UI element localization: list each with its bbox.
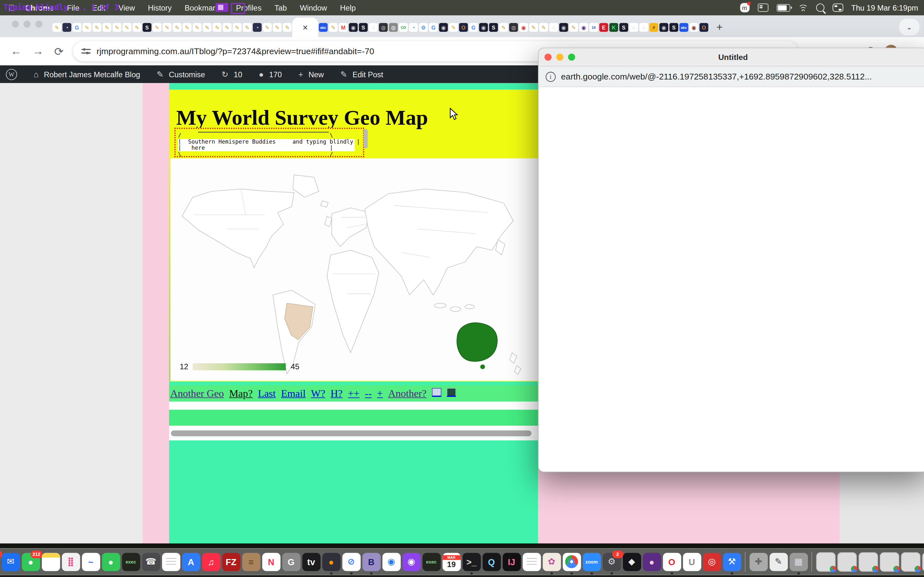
browser-tab[interactable]: K bbox=[609, 19, 619, 35]
window-traffic-lights[interactable] bbox=[12, 21, 43, 27]
dock-opera[interactable]: O bbox=[662, 553, 681, 571]
browser-tab[interactable]: ✎ bbox=[202, 19, 212, 35]
link-anothergeo[interactable]: Another Geo bbox=[170, 387, 224, 400]
browser-tab[interactable]: ⚙ bbox=[418, 19, 428, 35]
dock-facetime[interactable]: ● bbox=[102, 553, 120, 571]
dock-curves-app[interactable]: ~ bbox=[81, 553, 100, 571]
forward-button[interactable]: → bbox=[32, 45, 44, 58]
browser-tab[interactable]: ✎ bbox=[328, 19, 338, 35]
status-app-icon[interactable]: m bbox=[740, 3, 749, 12]
wp-site-menu[interactable]: ⌂ Robert James Metcalfe Blog bbox=[27, 69, 140, 79]
dock-xcode[interactable]: ⚒ bbox=[723, 553, 741, 571]
browser-tab[interactable]: G bbox=[428, 19, 438, 35]
browser-tab[interactable]: ✎ bbox=[262, 19, 272, 35]
keyboard-status-icon[interactable] bbox=[758, 3, 768, 12]
tab-search-button[interactable]: ⌄ bbox=[899, 19, 919, 35]
browser-tab[interactable]: S bbox=[489, 19, 499, 35]
dock-contacts-brown[interactable]: ≡ bbox=[242, 553, 260, 571]
browser-tab[interactable]: ◌ bbox=[639, 19, 649, 35]
wp-edit-post[interactable]: ✎ Edit Post bbox=[333, 69, 383, 79]
browser-tab[interactable]: ✎ bbox=[272, 19, 282, 35]
browser-tab[interactable]: ✎ bbox=[172, 19, 182, 35]
reload-button[interactable]: ⟳ bbox=[54, 45, 63, 58]
browser-tab[interactable]: ◉ bbox=[689, 19, 699, 35]
browser-tab[interactable]: ✎ bbox=[162, 19, 172, 35]
spotlight-icon[interactable] bbox=[816, 3, 824, 12]
browser-tab[interactable]: ✎ bbox=[539, 19, 549, 35]
dock-notes[interactable] bbox=[41, 553, 60, 571]
browser-tab[interactable]: S bbox=[619, 19, 629, 35]
untitled-window[interactable]: Untitled i earth.google.com/web/@-2116.1… bbox=[538, 48, 924, 472]
browser-tab[interactable]: ◉ bbox=[559, 19, 569, 35]
untitled-url-bar[interactable]: i earth.google.com/web/@-2116.1972581353… bbox=[539, 67, 924, 87]
new-tab-button[interactable]: + bbox=[712, 20, 727, 34]
dock-intellij[interactable]: IJ bbox=[502, 553, 521, 571]
browser-tab[interactable]: ✎ bbox=[92, 19, 102, 35]
browser-tab[interactable]: ✎ bbox=[112, 19, 122, 35]
dock-textedit[interactable] bbox=[162, 553, 180, 571]
dock-launchpad[interactable]: ⣿ bbox=[61, 553, 80, 571]
browser-tab[interactable]: ◉ bbox=[348, 19, 358, 35]
dock-blocked-app[interactable]: ⊘ bbox=[342, 553, 360, 571]
link-last[interactable]: Last bbox=[258, 387, 276, 400]
wp-new[interactable]: + New bbox=[291, 69, 324, 79]
dock-music[interactable]: ♫ bbox=[202, 553, 220, 571]
browser-tab[interactable]: ◉ bbox=[579, 19, 589, 35]
dock-minimized-window[interactable] bbox=[879, 552, 899, 572]
link-w[interactable]: W? bbox=[311, 387, 325, 400]
browser-tab[interactable]: ✎ bbox=[212, 19, 222, 35]
browser-tab[interactable]: S bbox=[669, 19, 679, 35]
browser-tab[interactable]: ◌ bbox=[629, 19, 639, 35]
dock-system-settings[interactable]: ⚙2 bbox=[603, 553, 621, 571]
textarea-scrollbar[interactable] bbox=[363, 129, 368, 148]
untitled-traffic-lights[interactable] bbox=[544, 53, 575, 61]
menu-item-view[interactable]: View bbox=[118, 3, 135, 12]
dock-minimized-window[interactable] bbox=[837, 552, 857, 572]
dock-mail[interactable]: ✉ bbox=[2, 553, 20, 571]
browser-tab[interactable]: ✎ bbox=[192, 19, 202, 35]
dock-minimized-window[interactable] bbox=[901, 552, 920, 572]
dock-apple-tv[interactable]: tv bbox=[302, 553, 320, 571]
browser-tab[interactable]: 10 bbox=[589, 19, 599, 35]
active-tab[interactable]: ✕ bbox=[292, 18, 318, 37]
link-h[interactable]: H? bbox=[330, 387, 342, 400]
untitled-titlebar[interactable]: Untitled bbox=[539, 48, 924, 67]
browser-tab[interactable]: abc bbox=[318, 19, 328, 35]
dock-exec-terminal-2[interactable]: exec bbox=[422, 553, 441, 571]
browser-tab[interactable]: ✎ bbox=[102, 19, 112, 35]
dock-preview-doc[interactable] bbox=[522, 553, 541, 571]
browser-tab[interactable]: ✎ bbox=[132, 19, 142, 35]
browser-tab[interactable]: G bbox=[468, 19, 478, 35]
browser-tab[interactable]: ◍ bbox=[378, 19, 388, 35]
browser-tab[interactable]: ◍ bbox=[509, 19, 519, 35]
control-center-icon[interactable] bbox=[832, 3, 843, 12]
dock-cat-app[interactable]: ● bbox=[643, 553, 661, 571]
dock-podcasts[interactable]: ◉ bbox=[402, 553, 421, 571]
dock-inkscape[interactable]: ◆ bbox=[622, 553, 641, 571]
browser-tab[interactable]: ✎ bbox=[449, 19, 459, 35]
dock-doc-pencil[interactable]: ✎ bbox=[769, 553, 788, 571]
browser-tab[interactable]: O bbox=[459, 19, 468, 35]
wifi-icon[interactable] bbox=[798, 4, 808, 11]
geo-map[interactable] bbox=[170, 158, 538, 381]
minimize-button[interactable] bbox=[556, 53, 564, 61]
browser-tab[interactable]: ✎ bbox=[499, 19, 509, 35]
dock-safari[interactable]: ◉ bbox=[382, 553, 401, 571]
dock-exec-terminal[interactable]: exec bbox=[121, 553, 140, 571]
close-button[interactable] bbox=[544, 53, 551, 61]
browser-tab[interactable]: O bbox=[699, 19, 709, 35]
browser-tab[interactable]: ◉ bbox=[478, 19, 488, 35]
dock-minimized-window[interactable] bbox=[922, 552, 924, 572]
browser-tab[interactable]: M bbox=[338, 19, 348, 35]
browser-tab[interactable]: ◔ bbox=[409, 19, 418, 35]
australia-region[interactable] bbox=[457, 323, 497, 362]
battery-icon[interactable] bbox=[776, 4, 790, 11]
zoom-button[interactable] bbox=[568, 53, 575, 61]
speech-bubble-textarea[interactable]: / \ | Southern Hemispere Buddies and typ… bbox=[174, 128, 364, 157]
dock-chrome[interactable] bbox=[562, 553, 581, 571]
dock-quicktime[interactable]: Q bbox=[482, 553, 501, 571]
dock-zoom[interactable]: zoom bbox=[583, 553, 601, 571]
dock-paint-palette[interactable]: ✿ bbox=[543, 553, 561, 571]
browser-tab[interactable]: ◌ bbox=[549, 19, 559, 35]
survey-icon[interactable] bbox=[432, 388, 441, 396]
